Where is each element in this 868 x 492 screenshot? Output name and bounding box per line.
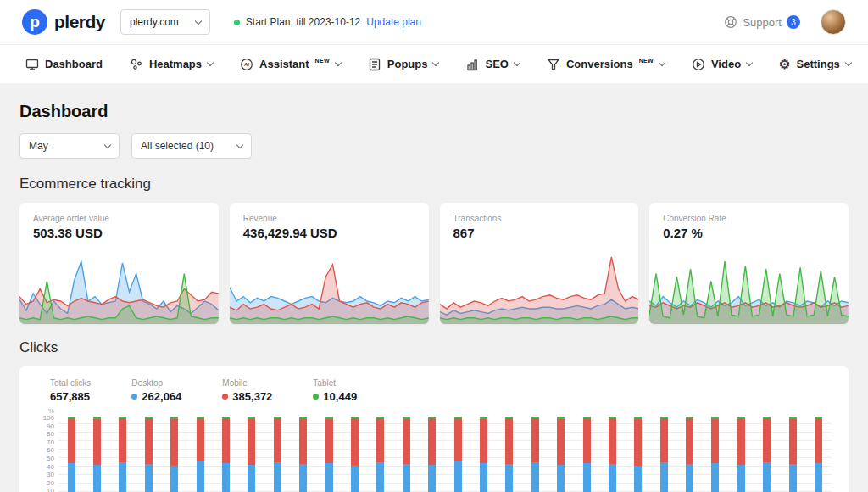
desktop-segment [197,461,204,492]
desktop-segment [68,463,75,492]
nav-item-video[interactable]: Video [692,58,752,71]
chevron-down-icon [195,17,202,24]
tablet-dot-icon [313,394,319,400]
stacked-bar [737,417,745,492]
user-avatar[interactable] [821,9,846,35]
plerdy-logo-icon: p [22,9,47,35]
mobile-segment [454,418,462,461]
nav-item-seo[interactable]: SEO [465,58,519,71]
stacked-bar [531,417,539,492]
mobile-segment [583,418,591,463]
stacked-bar [299,417,307,492]
stacked-bar [609,417,616,492]
nav-label: Settings [797,58,840,70]
stacked-bar [454,417,462,492]
clicks-card: Total clicks 657,885 Desktop 262,064 Mob… [19,366,849,492]
chevron-down-icon [207,59,214,66]
nav-item-settings[interactable]: ⚙ Settings [779,58,851,70]
desktop-dot-icon [131,394,137,400]
mobile-segment [505,418,513,464]
ai-assistant-icon: AI [240,58,253,71]
desktop-segment [634,466,642,492]
month-filter-select[interactable]: May [19,133,120,159]
stacked-bar [505,417,513,492]
nav-item-popups[interactable]: Popups [368,58,439,71]
stat-number: 10,449 [323,390,357,403]
main-nav: Dashboard Heatmaps AI Assistant NEW Popu… [0,44,868,83]
y-tick: 30 [47,473,54,477]
y-tick: 90 [47,425,54,428]
bars [58,417,832,492]
filters-row: May All selected (10) [19,133,849,159]
stacked-bar [660,417,668,492]
nav-label: Popups [387,58,428,70]
conversion-rate-chart [649,248,849,324]
desktop-segment [609,464,616,492]
mobile-segment [326,419,333,463]
stacked-bar [197,417,204,492]
nav-item-assistant[interactable]: AI Assistant NEW [240,58,341,71]
funnel-icon [547,58,560,71]
nav-label: Conversions [566,58,633,70]
nav-item-heatmaps[interactable]: Heatmaps [130,58,213,71]
card-conversion-rate: Conversion Rate 0.27 % [649,203,849,324]
nav-item-dashboard[interactable]: Dashboard [25,58,103,71]
desktop-segment [531,462,539,492]
mobile-segment [660,418,668,462]
update-plan-link[interactable]: Update plan [366,16,421,28]
desktop-segment [326,463,333,492]
chevron-down-icon [746,59,753,66]
bar-chart-plot [58,417,832,492]
y-axis: % 1009080706050403020100 [36,417,58,492]
mobile-segment [763,418,771,462]
plerdy-logo[interactable]: p plerdy [22,9,105,35]
desktop-segment [711,463,719,492]
stacked-bar [583,417,591,492]
desktop-segment [274,462,281,492]
desktop-segment [815,463,822,492]
mobile-segment [815,418,822,463]
top-bar: p plerdy plerdy.com Start Plan, till 202… [0,0,868,44]
stacked-bar [145,417,153,492]
y-tick: 70 [47,441,54,444]
stacked-bar [170,417,178,492]
stat-label: Desktop [131,378,181,388]
y-tick: 50 [47,457,54,461]
stacked-bar [711,417,719,492]
stat-total-clicks: Total clicks 657,885 [50,378,91,403]
revenue-chart [230,248,429,324]
new-badge: NEW [315,58,330,64]
support-label: Support [743,16,782,29]
clicks-bar-chart: % 1009080706050403020100 [36,417,832,492]
desktop-segment [93,465,101,492]
desktop-segment [686,464,693,492]
nav-label: Video [711,58,741,70]
chevron-down-icon [845,59,852,66]
desktop-segment [222,463,230,492]
mobile-segment [197,418,204,461]
mobile-segment [170,419,178,466]
stacked-bar [376,417,384,492]
gear-icon: ⚙ [779,58,790,70]
pages-filter-select[interactable]: All selected (10) [131,133,252,159]
nav-item-conversions[interactable]: Conversions NEW [547,58,665,71]
card-value: 436,429.94 USD [230,226,429,240]
support-button[interactable]: Support 3 [724,15,800,29]
main-content: Dashboard May All selected (10) Ecommerc… [0,83,868,492]
mobile-dot-icon [222,394,228,400]
stacked-bar [480,417,487,492]
stacked-bar [351,417,359,492]
card-revenue: Revenue 436,429.94 USD [230,203,429,324]
play-circle-icon [692,58,705,71]
nav-label: Dashboard [45,58,103,70]
card-transactions: Transactions 867 [440,203,639,324]
card-label: Transactions [440,203,639,226]
card-value: 0.27 % [649,226,849,240]
stacked-bar [93,417,101,492]
dashboard-icon [25,58,39,71]
support-count-badge: 3 [787,15,800,29]
domain-selector[interactable]: plerdy.com [120,9,210,35]
desktop-segment [145,464,153,492]
domain-selector-value: plerdy.com [130,16,179,28]
desktop-segment [789,464,797,492]
